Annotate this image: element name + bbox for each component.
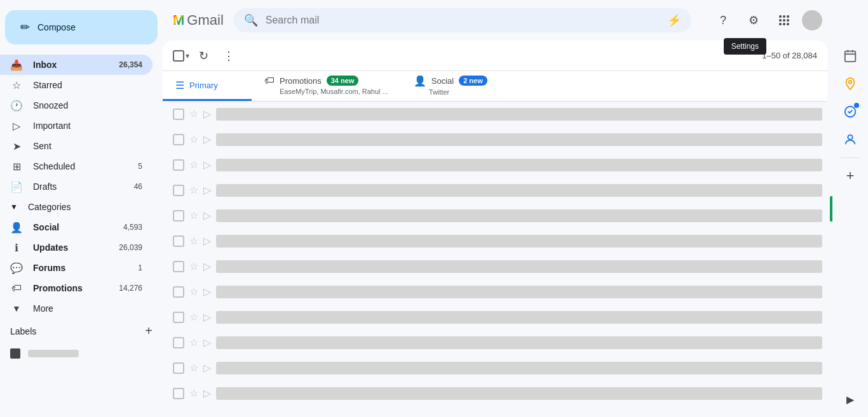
- refresh-button[interactable]: ↻: [192, 44, 215, 67]
- tab-promotions[interactable]: 🏷 Promotions 34 new EaseMyTrip, Musafir.…: [252, 71, 401, 101]
- tab-primary[interactable]: ☰ Primary: [163, 71, 252, 101]
- row-checkbox[interactable]: [173, 134, 184, 145]
- apps-button[interactable]: [771, 8, 797, 33]
- label-icon[interactable]: ▷: [203, 235, 211, 247]
- table-row[interactable]: ☆ ▷: [163, 279, 827, 305]
- header-bar: M Gmail 🔍 ⚡ ? ⚙ Settings: [163, 0, 832, 41]
- filter-icon[interactable]: ⚡: [667, 13, 681, 27]
- star-icon[interactable]: ☆: [189, 260, 198, 272]
- table-row[interactable]: ☆ ▷: [163, 102, 827, 127]
- add-app-button[interactable]: +: [837, 163, 863, 189]
- social-label: Social: [33, 222, 113, 232]
- settings-button[interactable]: ⚙ Settings: [741, 8, 766, 33]
- tabs-bar: ☰ Primary 🏷 Promotions 34 new EaseMyTrip…: [163, 71, 827, 102]
- label-color: [10, 348, 20, 359]
- label-icon[interactable]: ▷: [203, 286, 211, 298]
- calendar-button[interactable]: [837, 43, 863, 69]
- star-icon[interactable]: ☆: [189, 387, 198, 399]
- plus-icon: +: [846, 168, 855, 184]
- row-checkbox[interactable]: [173, 286, 184, 298]
- label-icon[interactable]: ▷: [203, 184, 211, 196]
- contacts-button[interactable]: [837, 127, 863, 152]
- main-panel: ▾ ↻ ⋮ 1–50 of 28,084 ☰ Primary 🏷: [163, 41, 827, 412]
- table-row[interactable]: ☆ ▷: [163, 127, 827, 152]
- expand-sidebar-button[interactable]: ▶: [837, 387, 863, 412]
- compose-button[interactable]: ✏ Compose: [5, 10, 158, 44]
- table-row[interactable]: ☆ ▷: [163, 381, 827, 406]
- snoozed-icon: 🕐: [10, 100, 23, 112]
- row-checkbox[interactable]: [173, 362, 184, 374]
- label-icon[interactable]: ▷: [203, 159, 211, 171]
- row-checkbox[interactable]: [173, 159, 184, 171]
- table-row[interactable]: ☆ ▷: [163, 203, 827, 228]
- row-checkbox[interactable]: [173, 261, 184, 272]
- label-icon[interactable]: ▷: [203, 209, 211, 222]
- row-checkbox[interactable]: [173, 210, 184, 222]
- sidebar-item-promotions[interactable]: 🏷 Promotions 14,276: [0, 278, 153, 298]
- sidebar-item-important[interactable]: ▷ Important: [0, 116, 153, 136]
- tasks-button[interactable]: [837, 99, 863, 124]
- select-all-checkbox[interactable]: [173, 50, 184, 62]
- table-row[interactable]: ☆ ▷: [163, 178, 827, 203]
- star-icon[interactable]: ☆: [189, 311, 198, 323]
- starred-icon: ☆: [10, 79, 23, 91]
- label-icon[interactable]: ▷: [203, 387, 211, 399]
- svg-point-8: [787, 23, 789, 25]
- settings-tooltip: Settings: [724, 38, 766, 55]
- sidebar-item-updates[interactable]: ℹ Updates 26,039: [0, 237, 153, 258]
- label-item[interactable]: [0, 343, 153, 364]
- svg-point-13: [849, 81, 852, 84]
- label-icon[interactable]: ▷: [203, 260, 211, 272]
- sidebar-item-drafts[interactable]: 📄 Drafts 46: [0, 176, 153, 197]
- star-icon[interactable]: ☆: [189, 286, 198, 298]
- table-row[interactable]: ☆ ▷: [163, 152, 827, 178]
- sidebar-item-sent[interactable]: ➤ Sent: [0, 136, 153, 156]
- sidebar-item-starred[interactable]: ☆ Starred: [0, 75, 153, 95]
- sidebar-item-snoozed[interactable]: 🕐 Snoozed: [0, 95, 153, 116]
- row-checkbox[interactable]: [173, 185, 184, 196]
- star-icon[interactable]: ☆: [189, 235, 198, 247]
- row-checkbox[interactable]: [173, 337, 184, 348]
- sidebar-item-social[interactable]: 👤 Social 4,593: [0, 217, 153, 237]
- sidebar-item-forums[interactable]: 💬 Forums 1: [0, 258, 153, 278]
- sidebar-item-more[interactable]: ▼ More: [0, 298, 153, 319]
- keep-button[interactable]: [837, 71, 863, 96]
- tab-social[interactable]: 👤 Social 2 new Twitter: [401, 71, 500, 101]
- categories-header[interactable]: ▼ Categories: [0, 197, 153, 217]
- star-icon[interactable]: ☆: [189, 108, 198, 120]
- row-checkbox[interactable]: [173, 312, 184, 323]
- star-icon[interactable]: ☆: [189, 362, 198, 374]
- labels-add-button[interactable]: +: [145, 324, 153, 338]
- help-button[interactable]: ?: [710, 8, 736, 33]
- avatar[interactable]: [802, 10, 822, 30]
- table-row[interactable]: ☆ ▷: [163, 228, 827, 254]
- star-icon[interactable]: ☆: [189, 133, 198, 145]
- label-icon[interactable]: ▷: [203, 108, 211, 120]
- star-icon[interactable]: ☆: [189, 209, 198, 222]
- label-icon[interactable]: ▷: [203, 336, 211, 348]
- table-row[interactable]: ☆ ▷: [163, 305, 827, 330]
- star-icon[interactable]: ☆: [189, 159, 198, 171]
- select-dropdown-arrow[interactable]: ▾: [186, 51, 189, 60]
- table-row[interactable]: ☆ ▷: [163, 254, 827, 279]
- sidebar-item-scheduled[interactable]: ⊞ Scheduled 5: [0, 156, 153, 176]
- svg-rect-9: [845, 51, 856, 62]
- table-row[interactable]: ☆ ▷: [163, 330, 827, 355]
- label-icon[interactable]: ▷: [203, 133, 211, 145]
- right-sidebar: + ▶: [832, 0, 868, 417]
- search-input[interactable]: [266, 15, 660, 26]
- more-options-button[interactable]: ⋮: [217, 44, 240, 67]
- updates-count: 26,039: [119, 243, 142, 252]
- star-icon[interactable]: ☆: [189, 336, 198, 348]
- sidebar-item-inbox[interactable]: 📥 Inbox 26,354: [0, 55, 153, 75]
- chevron-right-icon: ▶: [846, 394, 854, 406]
- svg-point-0: [779, 15, 782, 18]
- row-checkbox[interactable]: [173, 109, 184, 120]
- star-icon[interactable]: ☆: [189, 184, 198, 196]
- table-row[interactable]: ☆ ▷: [163, 355, 827, 381]
- row-checkbox[interactable]: [173, 235, 184, 247]
- row-checkbox[interactable]: [173, 388, 184, 399]
- search-bar: 🔍 ⚡: [234, 8, 691, 32]
- label-icon[interactable]: ▷: [203, 311, 211, 323]
- label-icon[interactable]: ▷: [203, 362, 211, 374]
